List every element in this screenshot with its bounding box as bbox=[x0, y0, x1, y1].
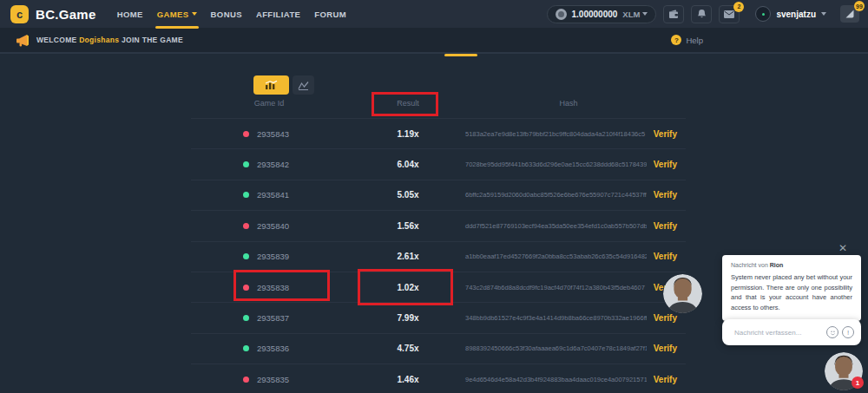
game-id-cell: 2935835 bbox=[243, 375, 356, 384]
verify-link[interactable]: Verify bbox=[647, 313, 686, 323]
brand-logo[interactable]: c BC.Game bbox=[10, 5, 96, 23]
active-tab-underline bbox=[444, 54, 477, 56]
annotation-box-game-id bbox=[233, 270, 330, 301]
game-id-cell: 2935836 bbox=[243, 344, 356, 353]
status-dot-icon bbox=[243, 377, 249, 383]
status-dot-icon bbox=[243, 192, 249, 198]
game-id-cell: 2935837 bbox=[243, 313, 356, 323]
verify-link[interactable]: Verify bbox=[647, 221, 686, 231]
status-dot-icon bbox=[243, 253, 249, 259]
game-id-value: 2935841 bbox=[257, 190, 289, 200]
currency-dropdown[interactable]: XLM bbox=[622, 10, 648, 19]
hash-value: 8988392450666c53f30afaaaea69c1d6a7c0407e… bbox=[460, 344, 647, 352]
game-id-value: 2935843 bbox=[257, 129, 289, 139]
hash-value: 9e4d6546d4e58a42d3b4f924883baa4daac019ce… bbox=[460, 376, 647, 383]
nav-item-forum[interactable]: FORUM bbox=[314, 10, 346, 19]
verify-link[interactable]: Verify bbox=[647, 190, 686, 200]
annotation-box-result-header bbox=[372, 92, 438, 116]
welcome-bar: WELCOME Dogishans JOIN THE GAME ? Help bbox=[0, 28, 868, 54]
welcome-message: WELCOME Dogishans JOIN THE GAME bbox=[36, 36, 183, 44]
hash-value: 7028be95dd95f441b633d6d296e0ae15cc6238dd… bbox=[460, 160, 647, 168]
chat-input-bar: ! bbox=[722, 319, 861, 345]
hash-value: 6bffc2a59159d2060d0abc85f526e6be676e5590… bbox=[460, 191, 647, 199]
emoji-icon[interactable] bbox=[826, 326, 838, 338]
nav-item-home[interactable]: HOME bbox=[117, 10, 143, 19]
wallet-icon bbox=[668, 10, 679, 19]
verify-link[interactable]: Verify bbox=[647, 129, 686, 139]
hash-value: a1bb0eaaf17ed4527669f2a0bba8cc53abab26c6… bbox=[460, 252, 647, 260]
balance-selector[interactable]: 1.00000000 XLM bbox=[547, 5, 657, 23]
nav-item-bonus[interactable]: BONUS bbox=[211, 10, 242, 19]
table-row: 2935842 6.04x 7028be95dd95f441b633d6d296… bbox=[191, 148, 686, 179]
table-row: 2935839 2.61x a1bb0eaaf17ed4527669f2a0bb… bbox=[191, 241, 686, 272]
game-id-value: 2935842 bbox=[257, 160, 289, 169]
brand-name: BC.Game bbox=[36, 7, 96, 22]
top-navbar: c BC.Game HOME GAMES BONUS AFFILIATE FOR… bbox=[0, 0, 868, 28]
status-dot-icon bbox=[243, 345, 249, 351]
notifications-button[interactable] bbox=[691, 5, 712, 23]
verify-link[interactable]: Verify bbox=[647, 344, 686, 353]
status-dot-icon bbox=[243, 223, 249, 229]
game-id-value: 2935840 bbox=[257, 221, 289, 231]
game-history-table: Game Id Result Hash 2935843 1.19x 5183a2… bbox=[191, 92, 686, 118]
result-value: 6.04x bbox=[356, 160, 460, 169]
header-hash: Hash bbox=[521, 99, 616, 108]
table-body: 2935843 1.19x 5183a2ea7e9d8e13fb79bbf21b… bbox=[191, 118, 686, 393]
game-id-cell: 2935842 bbox=[243, 160, 356, 169]
result-value: 2.61x bbox=[356, 252, 460, 261]
game-id-cell: 2935843 bbox=[243, 129, 356, 139]
result-value: 1.46x bbox=[356, 375, 460, 384]
user-avatar bbox=[755, 6, 771, 22]
chevron-down-icon bbox=[192, 12, 197, 16]
wallet-button[interactable] bbox=[663, 5, 684, 23]
table-header: Game Id Result Hash bbox=[191, 92, 686, 118]
messenger-button[interactable]: 99 bbox=[840, 5, 859, 23]
chevron-down-icon bbox=[821, 12, 826, 16]
result-value: 4.75x bbox=[356, 344, 460, 353]
help-link[interactable]: ? Help bbox=[671, 35, 703, 45]
game-id-value: 2935839 bbox=[257, 252, 289, 261]
verify-link[interactable]: Verify bbox=[647, 160, 686, 169]
status-dot-icon bbox=[243, 315, 249, 321]
bcgame-logo-icon: c bbox=[10, 5, 29, 23]
status-dot-icon bbox=[243, 131, 249, 137]
xlm-coin-icon bbox=[556, 9, 567, 20]
verify-link[interactable]: Verify bbox=[647, 375, 686, 384]
status-dot-icon bbox=[243, 161, 249, 167]
table-row: 2935840 1.56x ddd7f521e87769103ecf94ea35… bbox=[191, 210, 686, 240]
nav-item-games[interactable]: GAMES bbox=[157, 10, 197, 19]
mail-button[interactable]: 2 bbox=[719, 5, 740, 23]
game-id-cell: 2935839 bbox=[243, 252, 356, 261]
nav-item-affiliate[interactable]: AFFILIATE bbox=[256, 10, 300, 19]
table-row: 2935835 1.46x 9e4d6546d4e58a42d3b4f92488… bbox=[191, 364, 686, 393]
megaphone-icon bbox=[16, 35, 30, 47]
line-chart-icon bbox=[298, 81, 309, 90]
balance-amount: 1.00000000 bbox=[572, 10, 618, 19]
chat-message-card: Nachricht von Rion System never placed a… bbox=[722, 255, 861, 321]
verify-link[interactable]: Verify bbox=[647, 252, 686, 261]
hash-value: 743c2d874b6d8a8dcdf9fc19acf4d70f74f12a38… bbox=[460, 284, 647, 291]
game-id-cell: 2935841 bbox=[243, 190, 356, 200]
chat-sender-name: Rion bbox=[770, 262, 784, 268]
game-id-value: 2935837 bbox=[257, 313, 289, 323]
table-row: 2935843 1.19x 5183a2ea7e9d8e13fb79bbf21b… bbox=[191, 118, 686, 148]
close-icon[interactable]: ✕ bbox=[838, 242, 847, 254]
result-value: 5.05x bbox=[356, 190, 460, 200]
username: svenjatzu bbox=[776, 10, 816, 19]
annotation-box-result-value bbox=[358, 269, 453, 305]
table-row: 2935836 4.75x 8988392450666c53f30afaaaea… bbox=[191, 333, 686, 364]
table-row: 2935841 5.05x 6bffc2a59159d2060d0abc85f5… bbox=[191, 180, 686, 210]
game-id-cell: 2935840 bbox=[243, 221, 356, 231]
welcome-username: Dogishans bbox=[79, 36, 119, 44]
chat-input[interactable] bbox=[734, 329, 823, 337]
hash-value: 5183a2ea7e9d8e13fb79bbf21bc9ffc804dada4a… bbox=[460, 130, 647, 138]
bar-chart-icon bbox=[265, 80, 278, 90]
mail-badge: 2 bbox=[733, 2, 744, 12]
result-value: 1.56x bbox=[356, 221, 460, 231]
user-menu[interactable]: svenjatzu bbox=[755, 6, 826, 22]
info-icon[interactable]: ! bbox=[842, 326, 854, 338]
mail-icon bbox=[724, 10, 734, 18]
main-nav: HOME GAMES BONUS AFFILIATE FORUM bbox=[117, 10, 347, 19]
help-icon: ? bbox=[671, 35, 681, 45]
table-row: 2935837 7.99x 348bb9db61527e4c9f3e4a1414… bbox=[191, 302, 686, 332]
